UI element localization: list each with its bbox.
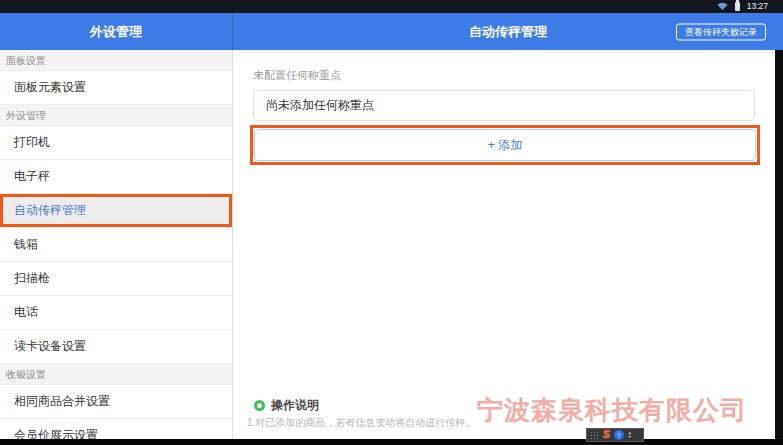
info-icon: [254, 400, 265, 411]
bottom-edge-bar: [0, 439, 783, 445]
highlight-box: + 添加: [250, 125, 760, 165]
main-content: 未配置任何称重点 尚未添加任何称重点 + 添加 操作说明 1.对已添加的商品，若…: [234, 50, 783, 445]
sidebar-item-electronic-scale[interactable]: 电子秤: [0, 160, 232, 194]
status-time: 13:27: [747, 0, 768, 13]
collapse-arrows-icon[interactable]: ▲ ▼: [628, 431, 632, 439]
sidebar-title: 外设管理: [90, 23, 142, 41]
sidebar-section-cashier-settings: 收银设置: [0, 364, 232, 385]
sidebar-item-phone[interactable]: 电话: [0, 296, 232, 330]
company-watermark: 宁波森泉科技有限公司: [477, 393, 747, 428]
sidebar-item-panel-elements[interactable]: 面板元素设置: [0, 71, 232, 105]
wifi-icon: [717, 2, 728, 11]
sidebar-item-auto-weigh-management[interactable]: 自动传秤管理: [0, 194, 232, 228]
sidebar: 面板设置 面板元素设置 外设管理 打印机 电子秤 自动传秤管理 钱箱 扫描枪 电…: [0, 50, 233, 445]
instructions-header: 操作说明: [254, 397, 319, 414]
app-screen: 13:27 外设管理 自动传秤管理 查看传秤失败记录 面板设置 面板元素设置 外…: [0, 0, 783, 445]
main-header: 自动传秤管理 查看传秤失败记录: [233, 13, 783, 50]
sidebar-section-peripherals: 外设管理: [0, 105, 232, 126]
sidebar-item-merge-same-goods[interactable]: 相同商品合并设置: [0, 385, 232, 419]
sidebar-header: 外设管理: [0, 13, 233, 50]
right-edge-bar: [775, 50, 783, 445]
sidebar-section-panel-settings: 面板设置: [0, 50, 232, 71]
sidebar-item-cash-drawer[interactable]: 钱箱: [0, 228, 232, 262]
battery-icon: [735, 2, 740, 11]
help-icon[interactable]: ?: [614, 430, 624, 440]
view-weigh-fail-records-button[interactable]: 查看传秤失败记录: [676, 23, 766, 40]
empty-weigh-point-box: 尚未添加任何称重点: [253, 90, 755, 121]
sunlogin-icon[interactable]: S: [603, 429, 610, 441]
sidebar-item-card-reader-settings[interactable]: 读卡设备设置: [0, 330, 232, 364]
sidebar-item-printer[interactable]: 打印机: [0, 126, 232, 160]
empty-state-label: 未配置任何称重点: [253, 68, 341, 83]
arrow-down-icon[interactable]: ▼: [628, 435, 632, 439]
instructions-title: 操作说明: [271, 397, 319, 414]
status-bar: 13:27: [0, 0, 783, 13]
page-title: 自动传秤管理: [469, 23, 547, 41]
app-header: 外设管理 自动传秤管理 查看传秤失败记录: [0, 13, 783, 50]
sidebar-item-barcode-scanner[interactable]: 扫描枪: [0, 262, 232, 296]
add-button[interactable]: + 添加: [254, 129, 756, 161]
remote-control-toolbar[interactable]: S ? ▲ ▼: [586, 428, 644, 442]
grip-handle-icon[interactable]: [590, 431, 599, 440]
instructions-line: 1.对已添加的商品，若有信息变动将自动进行传秤。: [247, 416, 475, 430]
